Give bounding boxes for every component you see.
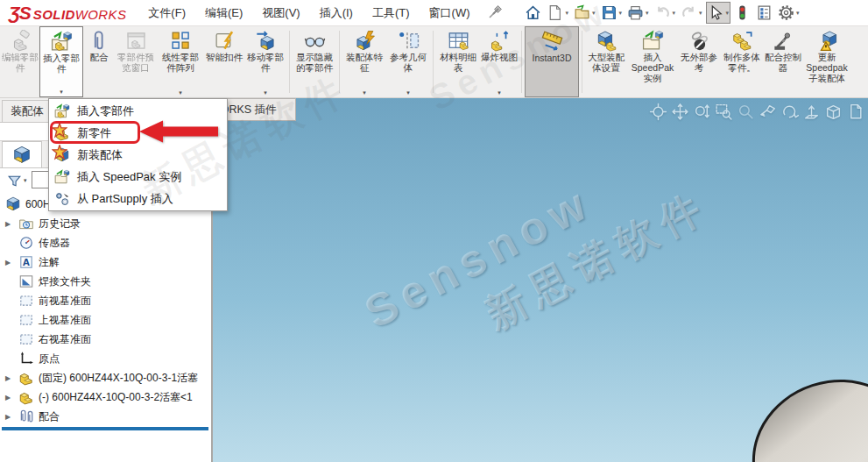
move-component-button[interactable]: 移动零部件 ▾ [244,26,286,97]
insert-speedpak-button[interactable]: 插入 SpeedPak 实例 [627,26,678,97]
instant3d-icon [541,31,563,53]
make-multibody-part-icon [731,30,753,52]
menu-item-partsupply[interactable]: 从 PartSupply 插入 [49,188,227,210]
view-orientation-icon[interactable] [759,103,777,121]
update-speedpak-button[interactable]: 更新 Speedpak 子装配体 [802,26,851,97]
make-multibody-part-button[interactable]: 制作多体零件。 [720,26,764,97]
rollback-bar[interactable] [2,427,208,430]
menu-insert[interactable]: 插入(I) [310,2,363,25]
no-external-references-button[interactable]: 无外部参考 [678,26,720,97]
new-badge-icon [52,123,67,139]
rebuild-traffic-light-icon[interactable] [732,2,752,24]
filter-funnel-icon[interactable] [7,174,22,188]
menu-item-new-assembly[interactable]: 新装配体 [49,144,227,166]
show-hidden-components-button[interactable]: 显示隐藏的零部件 [293,26,336,97]
tree-item-top-plane[interactable]: 上视基准面 [0,310,211,330]
settings-gear-icon[interactable]: ▾ [776,2,801,24]
menu-edit[interactable]: 编辑(E) [195,2,252,25]
undo-icon: ▾ [653,2,678,24]
print-icon[interactable]: ▾ [625,2,651,24]
instant3d-button[interactable]: Instant3D [525,26,579,97]
insert-components-button[interactable]: 插入零部件 ▾ [39,26,83,97]
graphics-viewport[interactable]: Sensnow 新思诺软件 [213,98,868,462]
tab-assembly[interactable]: 装配体 [2,100,53,122]
ribbon-separator [289,31,290,93]
reference-geometry-button[interactable]: 参考几何体 ▾ [386,26,430,97]
piston-model-edge[interactable] [732,359,868,462]
large-assembly-settings-button[interactable]: 大型装配体设置 [585,26,627,97]
menu-file[interactable]: 文件(F) [138,2,195,25]
tree-item-annotations[interactable]: ▶ 注解 [0,252,211,272]
bill-of-materials-button[interactable]: 材料明细表 [436,26,480,97]
tree-item-mates[interactable]: ▶ 配合 [0,407,211,426]
assembly-features-dropdown-arrow[interactable]: ▾ [363,89,366,97]
tree-item-origin[interactable]: 原点 [0,349,211,368]
ribbon-separator [339,31,340,93]
tree-item-component-piston-2[interactable]: ▶ (-) 600HZ44X-10Q-00-3-2活塞<1 [0,387,211,407]
assembly-cube-icon [5,196,21,212]
smart-fasteners-button[interactable]: 智能扣件 [204,26,244,97]
part-icon [18,389,34,405]
tree-item-history[interactable]: ▶ 历史记录 [0,214,211,233]
assembly-features-icon [354,30,376,52]
bill-of-materials-icon [448,30,469,52]
edit-component-button: 编辑零部件 [1,26,39,97]
menu-window[interactable]: 窗口(W) [420,2,480,25]
new-part-icon [54,125,70,141]
new-document-icon[interactable]: ▾ [545,2,570,24]
exploded-view-button[interactable]: 爆炸视图 ▾ [480,26,519,97]
part-icon [18,370,34,386]
exploded-view-dropdown-arrow[interactable]: ▾ [498,89,501,97]
tree-item-sensors[interactable]: 传感器 [0,233,211,252]
rotate-view-icon[interactable] [780,103,799,121]
ribbon-separator [433,31,434,93]
menu-view[interactable]: 视图(V) [252,2,309,25]
move-component-dropdown-arrow[interactable]: ▾ [264,89,267,97]
linear-pattern-dropdown-arrow[interactable]: ▾ [179,89,182,97]
tree-item-right-plane[interactable]: 右视基准面 [0,330,211,349]
tree-item-front-plane[interactable]: 前视基准面 [0,291,211,310]
feature-tree: 600H ▶ 历史记录 传感器 ▶ 注解 焊接文件夹 前视基准面 [0,193,211,430]
display-style-icon[interactable] [846,103,864,121]
mate-button[interactable]: 配合 [83,26,115,97]
tree-item-component-piston-1[interactable]: ▶ (固定) 600HZ44X-10Q-00-3-1活塞 [0,368,211,387]
move-component-icon [255,30,277,52]
origin-icon [18,351,34,366]
mate-controller-button[interactable]: 配合控制器 [764,26,802,97]
plane-icon [18,331,34,347]
select-cursor-icon[interactable]: ▾ [706,2,731,24]
weldment-icon [18,274,34,289]
linear-component-pattern-button[interactable]: 线性零部件阵列 ▾ [157,26,204,97]
annotations-icon [18,254,34,270]
open-document-icon[interactable]: ▾ [572,2,597,24]
home-icon[interactable] [523,2,543,24]
annotation-arrow [139,119,220,144]
watermark: Sensnow 新思诺软件 [356,128,717,392]
assembly-features-button[interactable]: 装配体特征 ▾ [342,26,386,97]
ribbon-separator [582,31,582,93]
exploded-view-icon [489,30,511,52]
pin-menu-icon[interactable] [488,4,504,23]
menu-tools[interactable]: 工具(T) [363,2,420,25]
pan-icon[interactable] [671,103,689,121]
ribbon-separator [521,31,522,93]
filter-dropdown-arrow[interactable]: ▾ [24,177,27,184]
menu-item-insert-speedpak[interactable]: 插入 SpeedPak 实例 [49,166,227,188]
tree-item-weldment-folder[interactable]: 焊接文件夹 [0,272,211,291]
display-options-icon[interactable] [754,2,774,24]
reference-geometry-dropdown-arrow[interactable]: ▾ [406,89,410,97]
section-view-icon[interactable] [824,103,843,121]
save-icon[interactable]: ▾ [599,2,625,24]
zoom-to-area-icon[interactable] [715,103,733,121]
mate-icon [88,30,110,52]
new-badge-icon [52,145,67,160]
normal-to-icon[interactable] [802,103,821,121]
tab-feature-manager-tree[interactable] [2,141,42,167]
title-bar: ƷS SOLID WORKS 文件(F) 编辑(E) 视图(V) 插入(I) 工… [0,0,868,26]
mates-paperclip-icon [18,409,34,424]
magnifier-icon [737,103,755,121]
zoom-in-out-icon[interactable] [693,103,711,121]
heads-up-view-toolbar [646,103,864,121]
insert-components-dropdown-arrow[interactable]: ▾ [60,88,63,96]
zoom-to-fit-icon[interactable] [649,103,667,121]
